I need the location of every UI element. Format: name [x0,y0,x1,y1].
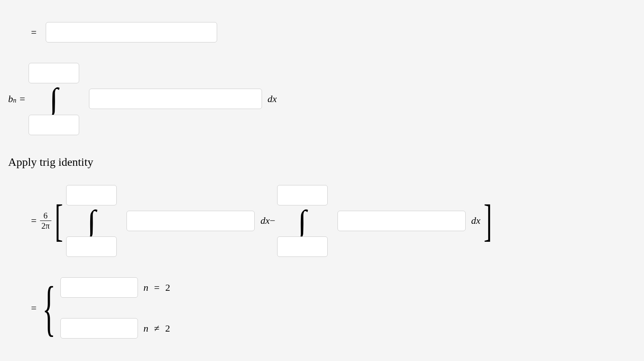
line-1: = [8,22,636,42]
integral-1-lower-blank[interactable] [66,236,117,257]
coef-b: b [8,94,13,105]
integrand-input[interactable] [89,89,262,109]
integral-2-upper-input[interactable] [278,185,327,205]
math-worksheet-page: = b n = ∫ dx Apply trig identity = 6 [0,0,644,361]
fraction-denominator: 2π [40,221,51,230]
blank-answer-1[interactable] [46,22,217,42]
integral-2-upper-blank[interactable] [277,185,328,205]
integral-2-lower-blank[interactable] [277,236,328,257]
integral-2-with-limits: ∫ [277,185,328,257]
case-2-cond-op: ≠ [151,323,163,334]
dx-text-1: dx [260,215,270,226]
case-2-value-input[interactable] [61,319,138,338]
right-bracket-icon: ] [484,202,492,240]
case-1-value-blank[interactable] [60,277,138,298]
line-4: = { n = 2 n ≠ 2 [8,277,636,339]
line-3: = 6 2π [ ∫ dx − ∫ [8,185,636,257]
integrand-2-blank[interactable] [338,211,466,231]
case-2-condition: n ≠ 2 [144,323,170,334]
piecewise-cases: n = 2 n ≠ 2 [60,277,171,339]
brace-icon: { [42,285,55,331]
case-2-cond-rhs: 2 [165,323,170,334]
integral-2-lower-input[interactable] [278,237,327,256]
integral-1-upper-input[interactable] [67,185,116,205]
case-row-2: n ≠ 2 [60,318,171,339]
left-bracket-icon: [ [55,202,63,240]
integral-1-with-limits: ∫ [66,185,117,257]
lower-limit-input[interactable] [29,115,79,135]
case-1-value-input[interactable] [61,278,138,297]
integrand-blank[interactable] [89,89,262,109]
case-2-cond-lhs: n [144,323,149,334]
case-1-cond-lhs: n [144,282,149,293]
case-1-cond-op: = [151,282,163,293]
equals-sign: = [28,215,40,226]
integrand-1-input[interactable] [127,211,254,231]
dx-text: dx [268,94,277,105]
dx-text-2: dx [471,215,481,226]
case-1-cond-rhs: 2 [165,282,170,293]
integral-1-upper-blank[interactable] [66,185,117,205]
case-1-condition: n = 2 [144,282,171,293]
blank-answer-1-input[interactable] [46,22,217,42]
upper-limit-blank[interactable] [29,63,79,83]
line-2: b n = ∫ dx [8,63,636,135]
equals-sign: = [16,94,29,105]
case-2-value-blank[interactable] [60,318,138,339]
integrand-2-input[interactable] [338,211,465,231]
integral-sign-icon: ∫ [86,208,98,234]
integrand-1-blank[interactable] [127,211,255,231]
equals-sign: = [28,303,40,314]
lower-limit-blank[interactable] [29,115,79,135]
coef-b-sub: n [13,97,16,104]
equals-sign: = [28,27,40,38]
integral-1-lower-input[interactable] [67,237,116,256]
fraction-6-over-2pi: 6 2π [40,212,51,230]
minus-sign: − [270,215,277,226]
integral-sign-icon: ∫ [48,86,60,112]
upper-limit-input[interactable] [29,63,79,83]
case-row-1: n = 2 [60,277,171,298]
instruction-text: Apply trig identity [8,156,636,169]
integral-with-limits: ∫ [29,63,79,135]
fraction-numerator: 6 [42,212,49,221]
integral-sign-icon: ∫ [296,208,308,234]
